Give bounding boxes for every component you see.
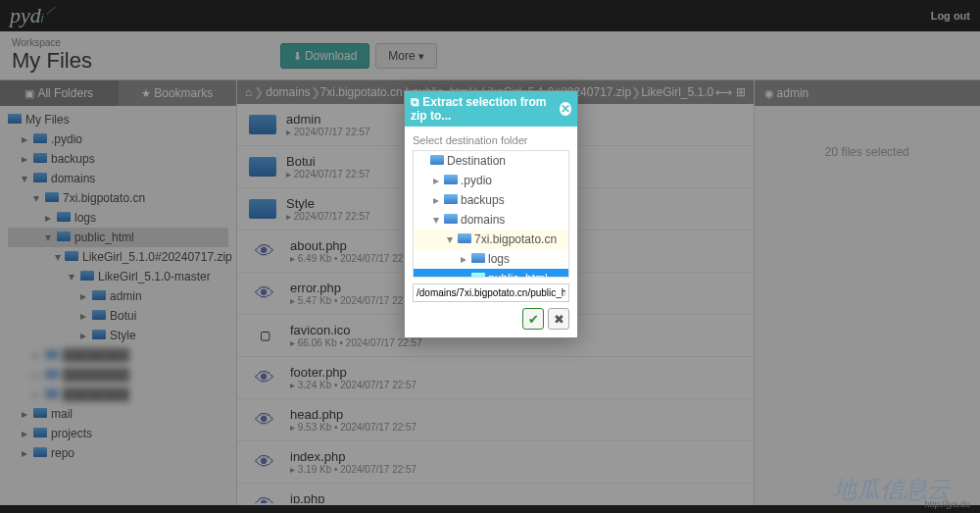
dest-tree-item[interactable]: ▾ domains (414, 210, 568, 230)
dest-tree-item[interactable]: ▸ backups (414, 190, 568, 210)
dest-tree-item[interactable]: ▾ 7xi.bigpotato.cn (414, 230, 568, 249)
dest-tree-item[interactable]: ▸ .pydio (414, 171, 568, 190)
folder-icon (430, 155, 444, 167)
dest-tree-item[interactable]: ▸ public_html (414, 269, 568, 278)
folder-icon (444, 214, 458, 226)
cancel-button[interactable]: ✖ (548, 308, 569, 330)
modal-title: ⧉ Extract selection from zip to... (411, 95, 560, 123)
modal-subtitle: Select destination folder (413, 134, 569, 146)
folder-icon (444, 194, 458, 206)
watermark-url: http://jya.do (924, 499, 970, 509)
dest-tree-item[interactable]: Destination (414, 151, 568, 171)
path-input[interactable] (413, 283, 569, 302)
close-button[interactable]: ✕ (560, 102, 571, 116)
confirm-button[interactable]: ✔ (522, 308, 544, 330)
folder-icon (471, 273, 485, 278)
folder-icon (444, 175, 458, 186)
folder-icon (458, 233, 471, 245)
dest-tree-item[interactable]: ▸ logs (414, 249, 568, 269)
destination-tree[interactable]: Destination▸ .pydio▸ backups▾ domains▾ 7… (413, 150, 569, 278)
extract-modal: ⧉ Extract selection from zip to... ✕ Sel… (404, 90, 578, 338)
folder-icon (471, 253, 485, 265)
